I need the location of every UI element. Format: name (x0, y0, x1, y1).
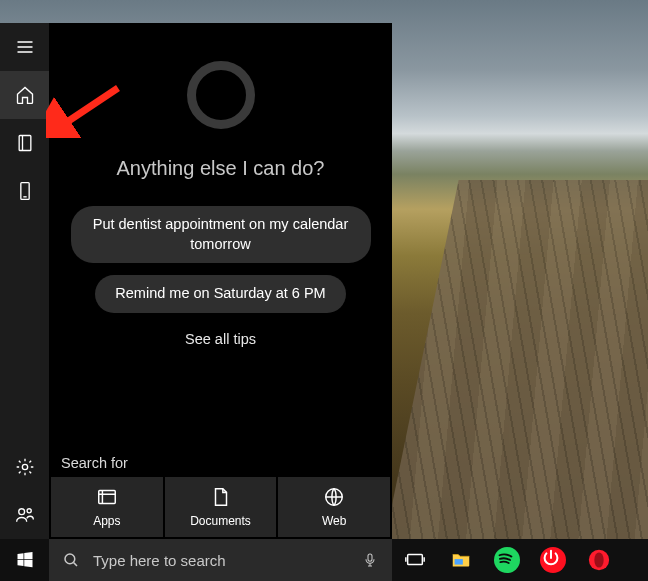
category-label: Documents (190, 514, 251, 528)
taskview-icon (404, 549, 426, 571)
category-web[interactable]: Web (278, 477, 390, 537)
cortana-main: Anything else I can do? Put dentist appo… (49, 23, 392, 539)
opera-button[interactable] (576, 539, 622, 581)
opera-icon (588, 549, 610, 571)
apps-icon (96, 486, 118, 508)
device-icon (15, 181, 35, 201)
sidebar-notebook-button[interactable] (0, 119, 49, 167)
globe-icon (323, 486, 345, 508)
category-documents[interactable]: Documents (165, 477, 277, 537)
power-button[interactable] (530, 539, 576, 581)
svg-point-2 (22, 464, 27, 469)
search-for-label: Search for (49, 455, 392, 477)
power-icon (540, 547, 566, 573)
task-view-button[interactable] (392, 539, 438, 581)
svg-rect-11 (455, 559, 463, 565)
search-icon (49, 551, 93, 569)
gear-icon (15, 457, 35, 477)
notebook-icon (15, 133, 35, 153)
svg-point-8 (65, 554, 75, 564)
microphone-icon (362, 550, 378, 570)
taskbar (0, 539, 648, 581)
windows-logo-icon (16, 551, 34, 569)
svg-rect-9 (368, 554, 372, 561)
spotify-icon (494, 547, 520, 573)
file-explorer-button[interactable] (438, 539, 484, 581)
cortana-panel: Anything else I can do? Put dentist appo… (0, 23, 392, 539)
svg-point-13 (594, 552, 603, 567)
cortana-sidebar (0, 23, 49, 539)
suggestion-reminder[interactable]: Remind me on Saturday at 6 PM (95, 275, 345, 313)
home-icon (15, 85, 35, 105)
svg-rect-5 (99, 491, 116, 504)
hamburger-icon (15, 37, 35, 57)
sidebar-menu-button[interactable] (0, 23, 49, 71)
taskbar-search[interactable] (49, 539, 392, 581)
search-categories: Apps Documents Web (49, 477, 392, 539)
cortana-greeting: Anything else I can do? (117, 157, 325, 180)
sidebar-settings-button[interactable] (0, 443, 49, 491)
svg-point-4 (27, 509, 31, 513)
sidebar-devices-button[interactable] (0, 167, 49, 215)
feedback-icon (15, 505, 35, 525)
file-explorer-icon (450, 549, 472, 571)
sidebar-home-button[interactable] (0, 71, 49, 119)
category-label: Web (322, 514, 346, 528)
search-input[interactable] (93, 552, 348, 569)
mic-button[interactable] (348, 550, 392, 570)
svg-point-3 (18, 509, 24, 515)
see-all-tips-link[interactable]: See all tips (185, 331, 256, 347)
cortana-ring-icon (187, 61, 255, 129)
category-label: Apps (93, 514, 120, 528)
suggestion-calendar[interactable]: Put dentist appointment on my calendar t… (71, 206, 371, 263)
svg-rect-10 (408, 555, 423, 565)
start-button[interactable] (0, 539, 49, 581)
category-apps[interactable]: Apps (51, 477, 163, 537)
document-icon (210, 486, 232, 508)
sidebar-feedback-button[interactable] (0, 491, 49, 539)
svg-rect-0 (19, 136, 31, 151)
spotify-button[interactable] (484, 539, 530, 581)
